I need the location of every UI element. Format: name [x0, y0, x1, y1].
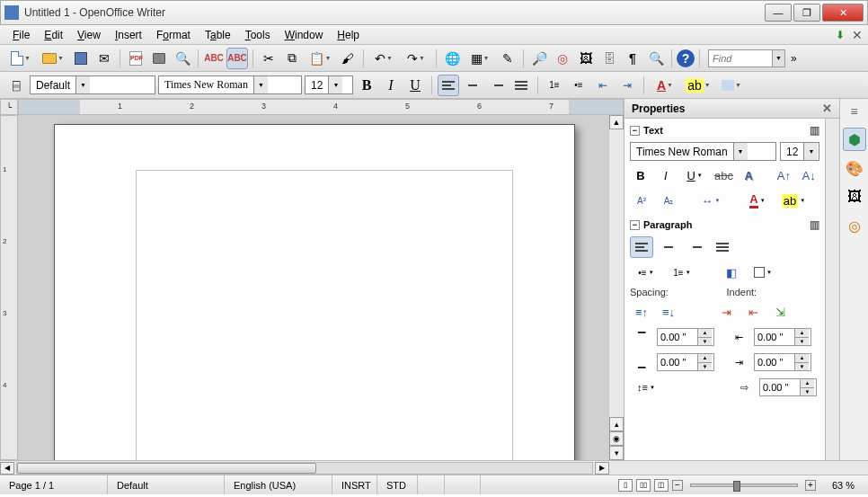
zoom-in-icon[interactable]: + — [805, 480, 816, 491]
prop-strike-button[interactable]: abc — [713, 164, 735, 186]
menu-format[interactable]: Format — [149, 27, 198, 43]
cut-button[interactable]: ✂ — [258, 48, 279, 69]
sidebar-navigator-icon[interactable]: ◎ — [843, 214, 866, 237]
next-page-icon[interactable]: ▾ — [609, 446, 624, 460]
menu-window[interactable]: Window — [278, 27, 331, 43]
prop-numbered-list-button[interactable]: 1≡▼ — [666, 262, 698, 283]
vertical-scrollbar[interactable]: ▲ ▴ ◉ ▾ — [609, 115, 624, 460]
menu-help[interactable]: Help — [330, 27, 367, 43]
prop-superscript-button[interactable]: A² — [630, 190, 653, 211]
right-indent-input[interactable]: ▲▼ — [754, 353, 811, 371]
vertical-ruler[interactable]: 1 2 3 4 — [0, 115, 18, 460]
close-document-icon[interactable]: ✕ — [852, 28, 863, 42]
prop-align-center-button[interactable] — [657, 236, 680, 258]
view-multi-page-icon[interactable]: ▯▯ — [636, 479, 651, 492]
prop-bullet-list-button[interactable]: •≡▼ — [630, 262, 662, 283]
autospellcheck-button[interactable]: ABC — [226, 48, 248, 69]
menu-view[interactable]: View — [70, 27, 108, 43]
gear-icon[interactable]: ▥ — [810, 218, 819, 231]
prop-bgcolor-button[interactable]: ◧ — [720, 262, 743, 283]
prop-subscript-button[interactable]: A₂ — [657, 190, 680, 211]
nonprinting-chars-button[interactable]: ¶ — [622, 48, 643, 69]
sidebar-properties-icon[interactable]: ⬢ — [843, 128, 866, 151]
chevron-down-icon[interactable]: ▼ — [733, 143, 748, 160]
align-right-button[interactable] — [486, 75, 508, 96]
find-input[interactable] — [709, 53, 772, 64]
status-zoom[interactable]: 63 % — [823, 475, 868, 494]
scroll-up-icon[interactable]: ▲ — [609, 115, 624, 129]
view-single-page-icon[interactable]: ▯ — [618, 479, 633, 492]
background-color-button[interactable]: ▼ — [716, 75, 747, 96]
gallery-button[interactable]: 🖼 — [575, 48, 597, 69]
spellcheck-button[interactable]: ABC — [203, 48, 225, 69]
first-line-indent-input[interactable]: ▲▼ — [759, 378, 817, 396]
font-color-button[interactable]: A▼ — [650, 75, 680, 96]
menu-table[interactable]: Table — [198, 27, 238, 43]
scroll-left-icon[interactable]: ◀ — [0, 462, 14, 475]
increase-indent-button[interactable]: ⇥ — [616, 75, 638, 96]
horizontal-ruler[interactable]: 1 2 3 4 5 6 7 — [18, 99, 624, 115]
line-spacing-button[interactable]: ↕≡▼ — [630, 377, 662, 398]
prop-increase-font-button[interactable]: A↑ — [773, 164, 794, 186]
toolbar-more-icon[interactable]: » — [787, 52, 801, 65]
prop-align-right-button[interactable] — [684, 236, 707, 258]
new-document-button[interactable]: ▼ — [5, 48, 36, 69]
styles-button[interactable]: ⌸ — [5, 75, 27, 96]
status-style[interactable]: Default — [108, 475, 225, 494]
chevron-down-icon[interactable]: ▼ — [253, 76, 268, 93]
status-insert-mode[interactable]: INSRT — [332, 475, 377, 494]
above-spacing-input[interactable]: ▲▼ — [657, 328, 714, 346]
align-center-button[interactable] — [462, 75, 483, 96]
numbered-list-button[interactable]: 1≡ — [544, 75, 565, 96]
show-draw-button[interactable]: ✎ — [497, 48, 518, 69]
prop-font-size-combo[interactable]: 12 ▼ — [780, 142, 819, 161]
prop-decrease-font-button[interactable]: A↓ — [798, 164, 819, 186]
increase-indent-button[interactable]: ⇥ — [714, 301, 738, 323]
properties-scrollbar[interactable] — [825, 119, 839, 460]
data-sources-button[interactable]: 🗄 — [598, 48, 620, 69]
underline-button[interactable]: U — [404, 75, 426, 96]
chevron-down-icon[interactable]: ▼ — [328, 76, 342, 93]
print-button[interactable] — [148, 48, 170, 69]
export-pdf-button[interactable]: PDF — [125, 48, 146, 69]
status-page[interactable]: Page 1 / 1 — [0, 475, 108, 494]
sidebar-styles-icon[interactable]: 🎨 — [843, 156, 866, 180]
sidebar-menu-icon[interactable]: ≡ — [846, 104, 864, 119]
find-dropdown-icon[interactable]: ▼ — [772, 50, 784, 67]
menu-insert[interactable]: Insert — [108, 27, 149, 43]
increase-spacing-button[interactable]: ≡↑ — [630, 301, 653, 323]
bullet-list-button[interactable]: •≡ — [568, 75, 589, 96]
navigator-button[interactable]: ◎ — [552, 48, 573, 69]
zoom-slider[interactable] — [690, 484, 798, 487]
left-indent-input[interactable]: ▲▼ — [754, 328, 811, 346]
download-icon[interactable]: ⬇ — [836, 29, 845, 41]
horizontal-scrollbar[interactable] — [16, 462, 593, 475]
status-selection-mode[interactable]: STD — [377, 475, 418, 494]
chevron-down-icon[interactable]: ▼ — [75, 76, 90, 93]
collapse-icon[interactable]: − — [630, 220, 640, 230]
section-text-header[interactable]: − Text ▥ — [630, 122, 819, 138]
prop-highlight-button[interactable]: ab▼ — [777, 190, 810, 211]
save-button[interactable] — [70, 48, 92, 69]
decrease-indent-button[interactable]: ⇤ — [592, 75, 614, 96]
prop-font-color-button[interactable]: A▼ — [741, 190, 774, 211]
hanging-indent-button[interactable]: ⇲ — [768, 301, 792, 323]
prop-shadow-button[interactable]: A — [738, 164, 759, 186]
prop-font-name-combo[interactable]: Times New Roman ▼ — [630, 142, 776, 161]
align-justify-button[interactable] — [510, 75, 532, 96]
menu-file[interactable]: File — [5, 27, 37, 43]
undo-button[interactable]: ↶▼ — [368, 48, 399, 69]
navigation-icon[interactable]: ◉ — [609, 431, 624, 446]
redo-button[interactable]: ↷▼ — [401, 48, 431, 69]
prop-align-left-button[interactable] — [630, 236, 653, 258]
open-button[interactable]: ▼ — [38, 48, 68, 69]
paragraph-style-combo[interactable]: Default ▼ — [30, 75, 155, 94]
font-name-combo[interactable]: Times New Roman ▼ — [158, 75, 302, 94]
status-signature[interactable] — [445, 475, 481, 494]
font-size-combo[interactable]: 12 ▼ — [305, 75, 353, 94]
decrease-indent-button[interactable]: ⇤ — [741, 301, 765, 323]
prev-page-icon[interactable]: ▴ — [609, 417, 624, 431]
page[interactable] — [54, 124, 575, 460]
prop-align-justify-button[interactable] — [711, 236, 734, 258]
chevron-down-icon[interactable]: ▼ — [803, 143, 818, 160]
